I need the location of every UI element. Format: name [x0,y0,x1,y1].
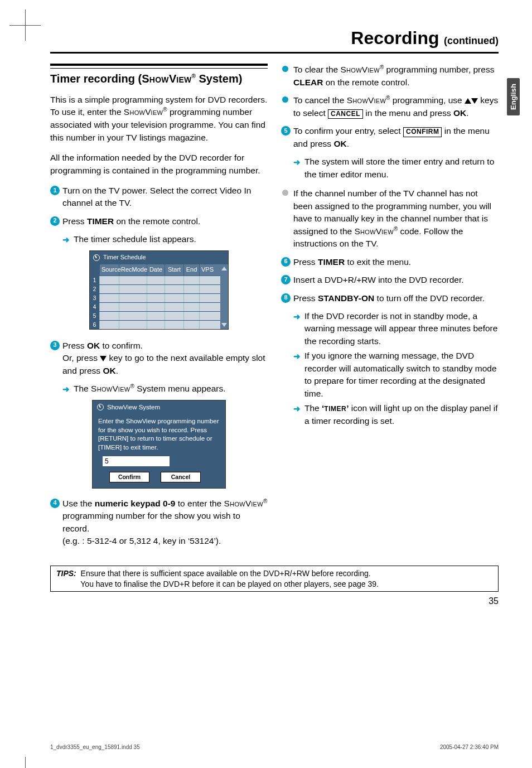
step-5: 5 To confirm your entry, select CONFIRM … [281,125,499,150]
page-number: 35 [50,596,499,606]
crop-mark-top-left [25,25,41,41]
step-8-text: Press STANDBY-ON to turn off the DVD rec… [293,293,485,303]
step-2-result: ➜ The timer schedule list appears. [50,233,268,245]
col-start: Start [165,264,184,276]
step-number-8: 8 [281,293,291,303]
table-row: 1 [90,276,220,284]
step-3: 3 Press OK to confirm. Or, press key to … [50,340,268,377]
table-row: 3 [90,293,220,302]
bullet-clear-text: To clear the ShowView® programming numbe… [293,65,494,86]
section-heading: Timer recording (ShowView® System) [50,72,268,86]
bullet-cancel-text: To cancel the ShowView® programming, use… [293,95,498,117]
page-title-bar: Recording (continued) [50,28,499,54]
step-5-text: To confirm your entry, select CONFIRM in… [293,126,490,148]
content-columns: Timer recording (ShowView® System) This … [50,64,499,553]
step-number-1: 1 [50,186,60,195]
showview-title: ShowView System [107,403,160,412]
step-8: 8 Press STANDBY-ON to turn off the DVD r… [281,292,499,305]
language-tab: English [507,78,520,115]
step-3-result-text: The ShowView® System menu appears. [74,384,226,393]
step-4: 4 Use the numeric keypad 0-9 to enter th… [50,497,268,548]
step-2-text: Press TIMER on the remote control. [62,216,200,226]
step-number-7: 7 [281,275,291,284]
footer-timestamp: 2005-04-27 2:36:40 PM [440,744,499,750]
step-number-2: 2 [50,216,60,226]
triangle-down-icon [471,98,478,104]
arrow-icon: ➜ [293,156,301,168]
step-number-4: 4 [50,499,60,508]
timer-schedule-title-row: Timer Schedule [90,251,228,264]
step-7-text: Insert a DVD+R/+RW into the DVD recorder… [293,275,464,284]
tips-box: TIPS: Ensure that there is sufficient sp… [50,566,499,592]
step-number-5: 5 [281,126,291,136]
arrow-icon: ➜ [293,311,301,323]
showview-instructions: Enter the ShowView programming number fo… [98,417,220,452]
timer-schedule-header: Source RecMode Date Start End VPS [90,264,220,276]
step-6: 6 Press TIMER to exit the menu. [281,256,499,268]
arrow-icon: ➜ [293,350,301,363]
step-8-result-2-text: If you ignore the warning message, the D… [304,351,497,398]
showview-cancel-button: Cancel [161,472,201,482]
step-7: 7 Insert a DVD+R/+RW into the DVD record… [281,274,499,286]
schedule-scrollbar [220,264,228,329]
confirm-label-box: CONFIRM [403,127,442,137]
col-end: End [184,264,200,276]
scroll-up-icon [221,267,227,271]
step-4-example: (e.g. : 5-312-4 or 5,312 4, key in ‘5312… [62,536,221,545]
step-1-text: Turn on the TV power. Select the correct… [62,186,251,207]
intro-paragraph-2: All the information needed by the DVD re… [50,152,268,177]
tips-line-1: Ensure that there is sufficient space av… [81,569,371,578]
step-8-result-1-text: If the DVD recorder is not in standby mo… [304,311,497,346]
right-column: To clear the ShowView® programming numbe… [281,64,499,553]
table-row: 2 [90,284,220,293]
step-1: 1 Turn on the TV power. Select the corre… [50,185,268,210]
col-source: Source [100,264,119,276]
tips-label: TIPS: [56,569,76,578]
col-vps: VPS [200,264,215,276]
step-2-result-text: The timer schedule list appears. [74,234,196,244]
bullet-clear: To clear the ShowView® programming numbe… [281,64,499,89]
section-heading-box: Timer recording (ShowView® System) [50,64,268,86]
showview-body: Enter the ShowView programming number fo… [93,414,225,487]
step-8-result-3: ➜ The ‘TIMER’ icon will light up on the … [281,402,499,427]
showview-system-box: ShowView System Enter the ShowView progr… [92,400,226,489]
step-5-result-text: The system will store the timer entry an… [304,157,494,178]
step-8-result-2: ➜ If you ignore the warning message, the… [281,350,499,400]
intro-paragraph-1: This is a simple programming system for … [50,94,268,144]
col-recmode: RecMode [119,264,147,276]
clock-icon [93,254,100,261]
step-8-result-1: ➜ If the DVD recorder is not in standby … [281,310,499,347]
tips-line-2: You have to finalise the DVD+R before it… [80,579,379,588]
triangle-up-icon [465,98,471,104]
bullet-icon-grey [282,190,288,196]
bullet-icon [282,66,288,72]
footer-filename: 1_dvdr3355_eu_eng_15891.indd 35 [50,744,140,750]
table-row: 6 [90,320,220,329]
arrow-icon: ➜ [293,403,301,415]
timer-schedule-box: Timer Schedule Source RecMode Date Start… [89,250,229,330]
showview-number-input: 5 [103,456,170,466]
showview-confirm-button: Confirm [109,472,149,482]
step-3-text-a: Press OK to confirm. [62,341,143,350]
step-8-result-3-text: The ‘TIMER’ icon will light up on the di… [304,403,498,425]
footer-metadata: 1_dvdr3355_eu_eng_15891.indd 35 2005-04-… [50,744,499,750]
showview-title-row: ShowView System [93,400,225,414]
bullet-icon [282,96,288,103]
bullet-cancel: To cancel the ShowView® programming, use… [281,94,499,119]
left-column: Timer recording (ShowView® System) This … [50,64,268,553]
timer-schedule-title: Timer Schedule [103,253,146,262]
step-number-6: 6 [281,257,291,267]
cancel-label-box: CANCEL [328,109,363,119]
arrow-icon: ➜ [62,234,70,246]
table-row: 5 [90,311,220,320]
step-5-result: ➜ The system will store the timer entry … [281,156,499,181]
page-title-continued: (continued) [444,35,499,46]
page-title: Recording [351,28,439,48]
step-4-text: Use the numeric keypad 0-9 to enter the … [62,499,267,533]
col-date: Date [147,264,165,276]
arrow-icon: ➜ [62,383,70,395]
step-3-text-b: Or, press key to go to the next availabl… [62,353,265,375]
grey-bullet-channel: If the channel number of the TV channel … [281,187,499,250]
step-3-result: ➜ The ShowView® System menu appears. [50,383,268,395]
step-number-3: 3 [50,341,60,350]
